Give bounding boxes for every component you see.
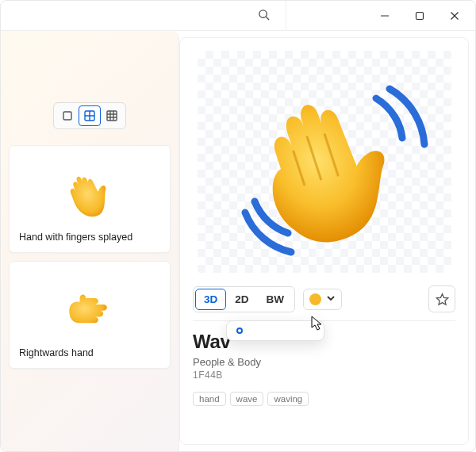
emoji-preview (198, 51, 451, 273)
svg-point-4 (259, 10, 267, 17)
current-tone-swatch (309, 293, 321, 305)
window-close-button[interactable] (448, 10, 461, 22)
style-3d-button[interactable]: 3D (195, 289, 226, 310)
skin-tone-option[interactable] (236, 328, 243, 334)
view-mode-grid2-button[interactable] (79, 105, 101, 126)
skin-tone-option[interactable] (251, 328, 257, 334)
emoji-card-label: Hand with fingers splayed (19, 232, 160, 243)
window-minimize-button[interactable] (378, 10, 391, 22)
hand-splayed-icon (59, 160, 121, 222)
search-icon (258, 9, 270, 23)
style-toolbar: 3D 2D BW (193, 285, 455, 321)
skin-tone-option[interactable] (279, 328, 286, 334)
tag[interactable]: hand (193, 392, 226, 406)
window-maximize-button[interactable] (413, 10, 426, 22)
svg-rect-10 (107, 111, 117, 121)
tag-list: hand wave waving (193, 392, 455, 406)
emoji-card[interactable]: Hand with fingers splayed (9, 145, 171, 253)
chevron-down-icon (326, 293, 336, 305)
svg-rect-6 (63, 112, 71, 120)
tag[interactable]: wave (230, 392, 264, 406)
style-bw-button[interactable]: BW (258, 289, 294, 310)
view-mode-grid3-button[interactable] (101, 105, 123, 126)
emoji-card[interactable]: Rightwards hand (9, 261, 171, 369)
emoji-grid-panel: Hand with fingers splayed Rightwards han… (1, 31, 179, 451)
waving-hand-icon (198, 51, 451, 273)
rightwards-hand-icon (59, 276, 121, 338)
skin-tone-option[interactable] (265, 328, 271, 334)
svg-line-5 (266, 17, 269, 20)
skin-tone-option[interactable] (308, 328, 314, 334)
svg-rect-1 (416, 12, 424, 19)
style-2d-button[interactable]: 2D (226, 289, 257, 310)
svg-marker-18 (436, 293, 447, 305)
skin-tone-picker-button[interactable] (303, 289, 342, 310)
view-mode-single-button[interactable] (56, 105, 79, 126)
favorite-button[interactable] (428, 285, 455, 312)
skin-tone-popover (226, 320, 324, 341)
emoji-category: People & Body (193, 356, 455, 368)
render-style-group: 3D 2D BW (193, 286, 295, 312)
view-mode-toggle (53, 102, 126, 129)
emoji-codepoint: 1F44B (193, 370, 455, 381)
emoji-card-label: Rightwards hand (19, 347, 160, 358)
search-bar[interactable] (1, 1, 286, 31)
skin-tone-option[interactable] (294, 328, 300, 334)
star-icon (436, 293, 449, 306)
tag[interactable]: waving (267, 392, 309, 406)
emoji-detail-panel: 3D 2D BW Wav People & Body 1F44B hand wa… (179, 37, 469, 445)
